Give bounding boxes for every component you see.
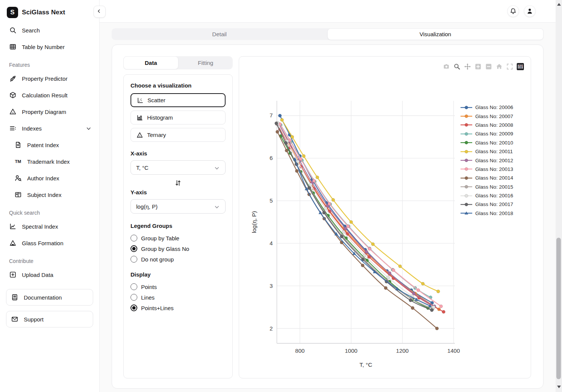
legend-item-glass-no-20009[interactable]: Glass No: 20009 bbox=[460, 129, 513, 138]
viz-option-histogram[interactable]: Histogram bbox=[131, 111, 226, 125]
swap-axes-icon[interactable] bbox=[174, 179, 182, 187]
sidebar-item-indexes[interactable]: Indexes bbox=[6, 120, 95, 137]
scrollbar-thumb[interactable] bbox=[556, 238, 561, 379]
sidebar-nav: SearchTable by NumberFeaturesProperty Pr… bbox=[6, 22, 95, 283]
legend-item-glass-no-20011[interactable]: Glass No: 20011 bbox=[460, 147, 513, 156]
y-axis-select[interactable]: log(η, P) bbox=[131, 199, 226, 214]
radio-unchecked-icon[interactable] bbox=[131, 294, 137, 301]
scrollbar-down-arrow[interactable] bbox=[557, 386, 561, 388]
legend-item-glass-no-20007[interactable]: Glass No: 20007 bbox=[460, 112, 513, 120]
x-axis-select[interactable]: T, °C bbox=[131, 160, 226, 175]
y-axis-label: Y-axis bbox=[131, 189, 226, 195]
support-button[interactable]: Support bbox=[6, 311, 93, 327]
display-option-points-lines[interactable]: Points+Lines bbox=[131, 303, 226, 313]
series-glass-no-20015[interactable] bbox=[275, 123, 435, 311]
legend-item-glass-no-20018[interactable]: Glass No: 20018 bbox=[460, 209, 513, 218]
viz-option-ternary[interactable]: Ternary bbox=[131, 128, 226, 142]
series-glass-no-20009[interactable] bbox=[279, 123, 432, 299]
tab-fitting[interactable]: Fitting bbox=[178, 56, 233, 69]
section-header-features: Features bbox=[6, 55, 95, 70]
autoscale-icon[interactable] bbox=[506, 63, 513, 70]
legend-sample bbox=[460, 123, 473, 127]
scatter-viz-icon bbox=[137, 97, 144, 104]
radio-unchecked-icon[interactable] bbox=[131, 256, 137, 263]
zoom-out-icon[interactable] bbox=[485, 63, 492, 70]
legend-item-glass-no-20017[interactable]: Glass No: 20017 bbox=[460, 200, 513, 209]
content: Detail Visualization Data Fitting Choose… bbox=[100, 23, 562, 389]
legend-label: Glass No: 20018 bbox=[475, 211, 513, 216]
legend-item-glass-no-20006[interactable]: Glass No: 20006 bbox=[460, 103, 513, 112]
legend-item-glass-no-20015[interactable]: Glass No: 20015 bbox=[460, 183, 513, 191]
sidebar-item-property-diagram[interactable]: Property Diagram bbox=[6, 103, 95, 120]
sidebar-item-property-predictor[interactable]: Property Predictor bbox=[6, 70, 95, 87]
legend-sample bbox=[460, 132, 473, 136]
svg-text:3: 3 bbox=[270, 283, 273, 289]
sidebar-item-trademark-index[interactable]: TMTrademark Index bbox=[6, 153, 95, 170]
radio-label: Group by Table bbox=[141, 235, 179, 241]
sidebar-item-label: Calculation Result bbox=[22, 92, 68, 98]
radio-unchecked-icon[interactable] bbox=[131, 235, 137, 241]
legend-label: Glass No: 20012 bbox=[475, 158, 513, 163]
sidebar-item-upload-data[interactable]: Upload Data bbox=[6, 266, 95, 283]
legend-item-glass-no-20008[interactable]: Glass No: 20008 bbox=[460, 121, 513, 129]
sidebar-item-spectral-index[interactable]: Spectral Index bbox=[6, 218, 95, 235]
svg-text:2: 2 bbox=[270, 325, 273, 332]
notifications-button[interactable] bbox=[507, 5, 519, 17]
series-glass-no-20006[interactable] bbox=[278, 114, 434, 304]
glass-formation-icon bbox=[9, 239, 17, 247]
sidebar-collapse-button[interactable] bbox=[94, 6, 106, 18]
legend-label: Glass No: 20008 bbox=[475, 122, 513, 128]
radio-unchecked-icon[interactable] bbox=[131, 283, 137, 290]
legend-group-option-do-not-group[interactable]: Do not group bbox=[131, 254, 226, 264]
tab-data[interactable]: Data bbox=[123, 56, 178, 69]
zoom-in-icon[interactable] bbox=[474, 63, 482, 70]
legend-item-glass-no-20016[interactable]: Glass No: 20016 bbox=[460, 191, 513, 200]
page-scrollbar[interactable] bbox=[556, 0, 562, 392]
zoom-icon[interactable] bbox=[453, 63, 461, 70]
display-label: Display bbox=[131, 271, 226, 278]
chevron-left-icon bbox=[96, 8, 103, 15]
display-option-points[interactable]: Points bbox=[131, 281, 226, 292]
legend-item-glass-no-20012[interactable]: Glass No: 20012 bbox=[460, 156, 513, 164]
display-option-lines[interactable]: Lines bbox=[131, 292, 226, 303]
documentation-button[interactable]: Documentation bbox=[6, 289, 93, 306]
legend-groups-label: Legend Groups bbox=[131, 223, 226, 229]
sidebar-item-label: Subject Index bbox=[27, 192, 61, 198]
home-icon[interactable] bbox=[496, 63, 503, 70]
legend-group-option-group-by-glass-no[interactable]: Group by Glass No bbox=[131, 243, 226, 254]
sidebar-item-calculation-result[interactable]: Calculation Result bbox=[6, 87, 95, 103]
legend-item-glass-no-20010[interactable]: Glass No: 20010 bbox=[460, 138, 513, 147]
viz-option-scatter[interactable]: Scatter bbox=[131, 93, 226, 107]
sidebar-item-table-by-number[interactable]: Table by Number bbox=[6, 38, 95, 55]
radio-checked-icon[interactable] bbox=[131, 245, 137, 252]
legend-sample bbox=[460, 158, 473, 163]
sidebar-item-glass-formation[interactable]: Glass Formation bbox=[6, 235, 95, 251]
svg-text:7: 7 bbox=[270, 112, 273, 118]
series-glass-no-20012[interactable] bbox=[277, 123, 436, 308]
button-label: Support bbox=[24, 316, 44, 323]
pan-icon[interactable] bbox=[464, 63, 471, 70]
series-glass-no-20007[interactable] bbox=[277, 123, 441, 311]
button-label: Documentation bbox=[24, 294, 62, 301]
sidebar-item-search[interactable]: Search bbox=[6, 22, 95, 38]
plotly-logo-icon[interactable] bbox=[517, 63, 524, 70]
series-glass-no-20011[interactable] bbox=[280, 118, 440, 293]
tab-detail[interactable]: Detail bbox=[112, 28, 327, 40]
sidebar-item-author-index[interactable]: Author Index bbox=[6, 170, 95, 186]
viz-buttons: ScatterHistogramTernary bbox=[131, 93, 226, 142]
sidebar-item-subject-index[interactable]: Subject Index bbox=[6, 186, 95, 203]
scrollbar-up-arrow[interactable] bbox=[557, 3, 561, 6]
tab-visualization[interactable]: Visualization bbox=[327, 28, 544, 40]
bell-icon bbox=[510, 8, 517, 15]
author-icon bbox=[14, 174, 22, 182]
legend-item-glass-no-20014[interactable]: Glass No: 20014 bbox=[460, 174, 513, 182]
radio-label: Lines bbox=[141, 294, 155, 301]
legend-group-option-group-by-table[interactable]: Group by Table bbox=[131, 233, 226, 243]
section-header-quick-search: Quick search bbox=[6, 203, 95, 218]
sidebar-item-patent-index[interactable]: Patent Index bbox=[6, 137, 95, 153]
radio-label: Points+Lines bbox=[141, 305, 174, 311]
legend-item-glass-no-20013[interactable]: Glass No: 20013 bbox=[460, 165, 513, 174]
camera-icon[interactable] bbox=[443, 63, 450, 70]
radio-checked-icon[interactable] bbox=[131, 304, 137, 311]
user-menu-button[interactable] bbox=[524, 5, 536, 17]
